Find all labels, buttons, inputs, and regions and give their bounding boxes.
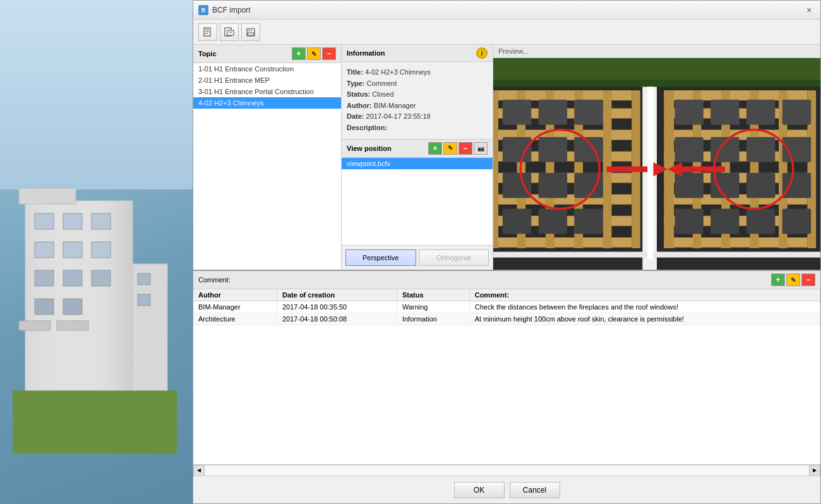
svg-rect-91: [782, 208, 811, 234]
vp-add-button[interactable]: +: [428, 142, 442, 155]
svg-rect-25: [227, 30, 234, 35]
svg-rect-55: [539, 173, 567, 198]
row-author: BIM-Manager: [193, 301, 277, 313]
row-status: Warning: [397, 301, 469, 313]
comment-section: Comment: + ✎ − Author Date of creation S…: [193, 270, 820, 464]
svg-rect-5: [92, 213, 111, 229]
perspective-buttons: Perspective Orthogonal: [342, 245, 493, 270]
svg-rect-50: [574, 100, 602, 125]
row-date: 2017-04-18 00:50:08: [277, 313, 397, 325]
row-comment: Check the distances between the fireplac…: [469, 301, 820, 313]
view-position-buttons: + ✎ − 📷: [428, 142, 488, 155]
viewpoint-list: viewpoint.bcfv: [342, 158, 493, 245]
table-row[interactable]: BIM-Manager 2017-04-18 00:35:50 Warning …: [193, 301, 820, 313]
svg-rect-10: [63, 270, 82, 286]
preview-image: [493, 58, 820, 270]
topic-panel: Topic + ✎ − 1-01 H1 Entrance Constructio…: [193, 45, 342, 270]
svg-rect-6: [35, 242, 54, 258]
vp-remove-button[interactable]: −: [458, 142, 472, 155]
preview-panel: Preview...: [493, 45, 820, 270]
svg-rect-11: [92, 270, 111, 286]
svg-rect-98: [493, 252, 820, 258]
info-date: Date: 2017-04-17 23:55:18: [347, 111, 488, 123]
preview-header: Preview...: [493, 45, 820, 58]
topic-add-button[interactable]: +: [292, 47, 306, 60]
topic-item[interactable]: 2-01 H1 Entrance MEP: [193, 75, 341, 86]
save-button[interactable]: [241, 23, 260, 41]
svg-rect-18: [138, 273, 150, 285]
dialog-footer: OK Cancel: [193, 476, 820, 503]
background-scene: [0, 0, 193, 504]
viewpoint-item[interactable]: viewpoint.bcfv: [342, 158, 493, 169]
svg-rect-54: [503, 173, 531, 198]
col-status: Status: [397, 289, 469, 301]
svg-rect-57: [503, 208, 531, 234]
svg-rect-58: [539, 208, 567, 234]
comment-label: Comment:: [198, 276, 231, 284]
svg-rect-90: [746, 208, 775, 234]
orthogonal-button[interactable]: Orthogonal: [419, 249, 489, 266]
main-content: Topic + ✎ − 1-01 H1 Entrance Constructio…: [193, 45, 820, 270]
col-date: Date of creation: [277, 289, 397, 301]
info-description: Description:: [347, 123, 488, 134]
comment-action-buttons: + ✎ −: [771, 273, 815, 286]
topic-label: Topic: [198, 50, 217, 57]
col-comment: Comment:: [469, 289, 820, 301]
svg-rect-0: [13, 390, 177, 453]
perspective-button[interactable]: Perspective: [345, 249, 416, 266]
comment-table: Author Date of creation Status Comment: …: [193, 289, 820, 325]
info-author: Author: BIM-Manager: [347, 100, 488, 112]
building: [13, 138, 177, 453]
svg-rect-15: [57, 321, 88, 330]
svg-rect-14: [19, 321, 51, 330]
comment-add-button[interactable]: +: [771, 273, 785, 286]
svg-rect-12: [35, 299, 54, 315]
comment-edit-button[interactable]: ✎: [786, 273, 800, 286]
new-button[interactable]: [198, 23, 217, 41]
topic-buttons: + ✎ −: [292, 47, 336, 60]
svg-rect-48: [503, 100, 531, 125]
topic-item[interactable]: 3-01 H1 Entrance Portal Construction: [193, 86, 341, 97]
scroll-right-arrow[interactable]: ▶: [809, 465, 820, 476]
bcf-import-dialog: B BCF import × Topic + ✎ −: [193, 0, 821, 504]
svg-rect-82: [746, 137, 775, 162]
topic-remove-button[interactable]: −: [322, 47, 336, 60]
comment-remove-button[interactable]: −: [801, 273, 815, 286]
svg-rect-78: [746, 100, 775, 125]
empty-space: [193, 325, 820, 464]
view-position-header: View position + ✎ − 📷: [342, 139, 493, 158]
preview-label: Preview...: [498, 47, 529, 55]
svg-rect-80: [674, 137, 703, 162]
svg-rect-42: [493, 90, 498, 248]
table-row[interactable]: Architecture 2017-04-18 00:50:08 Informa…: [193, 313, 820, 325]
topic-item-selected[interactable]: 4-02 H2+3 Chimneys: [193, 97, 341, 109]
svg-rect-79: [782, 100, 811, 125]
topic-list: 1-01 H1 Entrance Construction 2-01 H1 En…: [193, 63, 341, 270]
svg-rect-4: [63, 213, 82, 229]
comment-header: Comment: + ✎ −: [193, 271, 820, 289]
vp-screenshot-button[interactable]: 📷: [474, 142, 488, 155]
row-status: Information: [397, 313, 469, 325]
svg-rect-28: [248, 28, 252, 31]
toolbar: [193, 20, 820, 45]
close-button[interactable]: ×: [803, 4, 815, 16]
information-header: Information i: [342, 45, 493, 62]
scroll-track[interactable]: [205, 465, 809, 476]
cancel-button[interactable]: Cancel: [510, 482, 560, 498]
information-panel: Information i Title: 4-02 H2+3 Chimneys …: [342, 45, 493, 270]
information-label: Information: [347, 49, 385, 57]
horizontal-scrollbar[interactable]: ◀ ▶: [193, 464, 820, 476]
svg-rect-19: [138, 294, 150, 306]
topic-edit-button[interactable]: ✎: [307, 47, 321, 60]
topic-item[interactable]: 1-01 H1 Entrance Construction: [193, 63, 341, 75]
svg-rect-76: [674, 100, 703, 125]
info-icon[interactable]: i: [476, 47, 488, 59]
vp-edit-button[interactable]: ✎: [443, 142, 457, 155]
scroll-left-arrow[interactable]: ◀: [193, 465, 205, 476]
info-status: Status: Closed: [347, 89, 488, 100]
svg-rect-87: [782, 173, 811, 198]
col-author: Author: [193, 289, 277, 301]
import-button[interactable]: [220, 23, 239, 41]
ok-button[interactable]: OK: [454, 482, 505, 498]
topic-header: Topic + ✎ −: [193, 45, 341, 63]
